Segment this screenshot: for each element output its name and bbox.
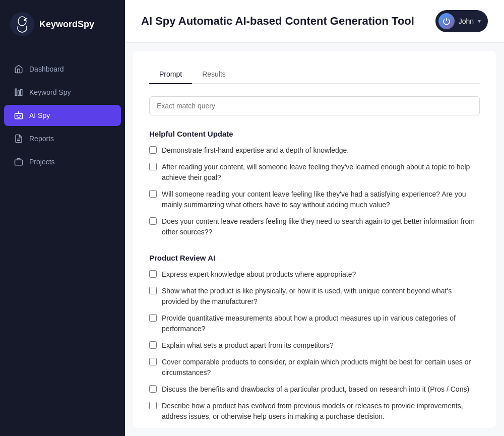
list-item: Describe how a product has evolved from … [149, 401, 480, 422]
section-title-pr: Product Review AI [149, 254, 480, 262]
checklist-label: Demonstrate first-hand expertise and a d… [162, 145, 349, 156]
sidebar-nav: Dashboard Keyword Spy [0, 48, 125, 182]
list-item: After reading your content, will someone… [149, 162, 480, 183]
tabs-bar: Prompt Results [149, 65, 480, 84]
checklist-label: Will someone reading your content leave … [162, 189, 480, 210]
list-item: Explain what sets a product apart from i… [149, 340, 480, 351]
svg-rect-12 [15, 160, 23, 165]
list-item: Does your content leave readers feeling … [149, 216, 480, 237]
svg-rect-5 [21, 90, 22, 96]
sidebar-item-label: Dashboard [29, 65, 64, 73]
file-icon [14, 134, 23, 143]
checklist-label: Show what the product is like physically… [162, 286, 480, 307]
checkbox-pr-6[interactable] [149, 385, 157, 393]
checklist-label: Discuss the benefits and drawbacks of a … [162, 384, 469, 395]
section-helpful-content-update: Helpful Content Update Demonstrate first… [149, 130, 480, 237]
checklist-label: Provide quantitative measurements about … [162, 313, 480, 334]
checkbox-pr-1[interactable] [149, 270, 157, 278]
list-item: Cover comparable products to consider, o… [149, 357, 480, 378]
checklist-hcu: Demonstrate first-hand expertise and a d… [149, 145, 480, 237]
checklist-label: Does your content leave readers feeling … [162, 216, 480, 237]
sidebar-item-label: Projects [29, 158, 55, 166]
svg-point-7 [18, 112, 19, 113]
main-area: AI Spy Automatic AI-based Content Genera… [125, 0, 504, 436]
checklist-label: Cover comparable products to consider, o… [162, 357, 480, 378]
sidebar-item-label: AI Spy [29, 111, 50, 119]
sidebar: KeywordSpy Dashboard Keyword Spy [0, 0, 125, 436]
logo-area: KeywordSpy [0, 0, 125, 48]
checkbox-hcu-3[interactable] [149, 190, 157, 198]
user-name: John [459, 17, 474, 25]
checkbox-hcu-2[interactable] [149, 163, 157, 170]
checklist-label: Describe how a product has evolved from … [162, 401, 480, 422]
user-menu[interactable]: John ▾ [435, 10, 488, 32]
search-input[interactable] [149, 96, 480, 115]
sidebar-item-reports[interactable]: Reports [4, 128, 121, 149]
checklist-label: After reading your content, will someone… [162, 162, 480, 183]
robot-icon [14, 111, 23, 120]
checkbox-pr-5[interactable] [149, 358, 157, 365]
checkbox-pr-3[interactable] [149, 314, 157, 322]
list-item: Discuss the benefits and drawbacks of a … [149, 384, 480, 395]
logo-text: KeywordSpy [39, 19, 94, 30]
checkbox-pr-2[interactable] [149, 287, 157, 294]
sidebar-item-projects[interactable]: Projects [4, 151, 121, 172]
checkbox-pr-4[interactable] [149, 341, 157, 349]
section-product-review-ai: Product Review AI Express expert knowled… [149, 254, 480, 428]
list-item: Will someone reading your content leave … [149, 189, 480, 210]
logo-icon [10, 12, 34, 36]
list-item: Show what the product is like physically… [149, 286, 480, 307]
svg-rect-3 [15, 89, 17, 96]
sidebar-item-label: Reports [29, 135, 54, 143]
sidebar-item-label: Keyword Spy [29, 88, 71, 96]
power-button [438, 13, 455, 29]
checklist-label: Explain what sets a product apart from i… [162, 340, 334, 351]
sidebar-item-keyword-spy[interactable]: Keyword Spy [4, 82, 121, 103]
svg-point-9 [20, 115, 21, 116]
checkbox-hcu-4[interactable] [149, 217, 157, 225]
list-item: Provide quantitative measurements about … [149, 313, 480, 334]
svg-rect-4 [18, 91, 20, 96]
content-area: Prompt Results Helpful Content Update De… [133, 51, 496, 428]
header: AI Spy Automatic AI-based Content Genera… [125, 0, 504, 43]
chevron-down-icon: ▾ [478, 18, 481, 25]
tab-prompt[interactable]: Prompt [149, 65, 192, 84]
bar-chart-icon [14, 88, 23, 97]
svg-rect-6 [15, 113, 23, 119]
section-title-hcu: Helpful Content Update [149, 130, 480, 138]
checklist-label: Express expert knowledge about products … [162, 269, 356, 280]
list-item: Demonstrate first-hand expertise and a d… [149, 145, 480, 156]
sidebar-item-ai-spy[interactable]: AI Spy [4, 105, 121, 126]
svg-point-0 [10, 12, 34, 36]
checklist-pr: Express expert knowledge about products … [149, 269, 480, 428]
svg-point-8 [17, 115, 18, 116]
list-item: Express expert knowledge about products … [149, 269, 480, 280]
sidebar-item-dashboard[interactable]: Dashboard [4, 58, 121, 80]
checkbox-hcu-1[interactable] [149, 146, 157, 154]
briefcase-icon [14, 157, 23, 166]
page-title: AI Spy Automatic AI-based Content Genera… [141, 15, 414, 28]
home-icon [14, 65, 23, 74]
tab-results[interactable]: Results [192, 65, 236, 84]
checkbox-pr-7[interactable] [149, 402, 157, 409]
